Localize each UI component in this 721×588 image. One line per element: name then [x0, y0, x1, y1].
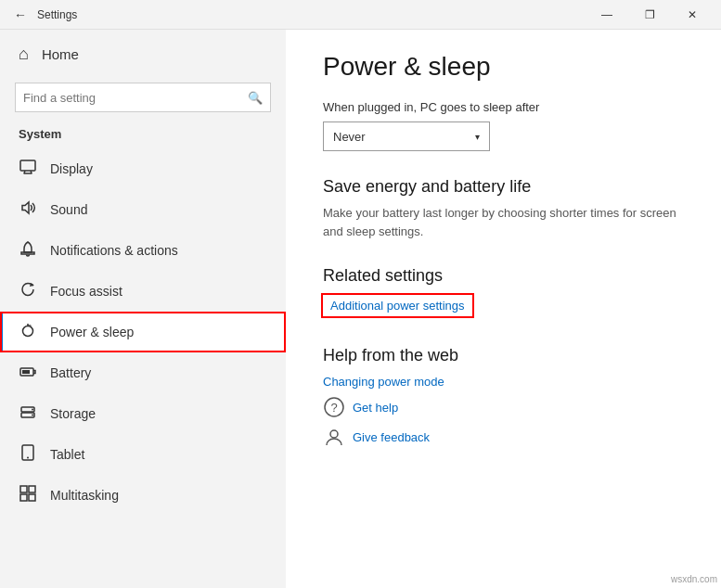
storage-label: Storage	[50, 406, 96, 421]
focus-assist-icon	[19, 281, 37, 301]
sidebar-item-storage[interactable]: Storage	[0, 393, 286, 434]
sidebar-item-tablet[interactable]: Tablet	[0, 434, 286, 475]
give-feedback-label: Give feedback	[353, 430, 430, 444]
sidebar-item-power-sleep[interactable]: Power & sleep	[0, 312, 286, 352]
sleep-label: When plugged in, PC goes to sleep after	[323, 100, 684, 114]
get-help-icon: ?	[323, 396, 345, 418]
sidebar-item-home[interactable]: ⌂ Home	[0, 30, 286, 79]
give-feedback-icon	[323, 426, 345, 448]
search-input[interactable]	[23, 91, 248, 105]
display-label: Display	[50, 161, 93, 176]
close-button[interactable]: ✕	[671, 0, 714, 30]
sidebar-item-notifications[interactable]: Notifications & actions	[0, 230, 286, 271]
tablet-icon	[19, 444, 37, 465]
search-icon: 🔍	[248, 91, 263, 105]
titlebar: ← Settings — ❐ ✕	[0, 0, 721, 30]
maximize-button[interactable]: ❐	[628, 0, 671, 30]
dropdown-arrow-icon: ▾	[475, 132, 480, 142]
sidebar-item-sound[interactable]: Sound	[0, 189, 286, 230]
display-icon	[19, 159, 37, 179]
sleep-dropdown-text: Never	[333, 130, 366, 144]
sidebar-item-focus-assist[interactable]: Focus assist	[0, 271, 286, 312]
get-help-label: Get help	[353, 401, 398, 415]
give-feedback-link[interactable]: Give feedback	[323, 426, 684, 448]
svg-rect-7	[22, 370, 30, 374]
save-energy-title: Save energy and battery life	[323, 177, 684, 197]
sound-label: Sound	[50, 202, 87, 217]
svg-text:?: ?	[330, 401, 337, 415]
main-container: ⌂ Home 🔍 System Display Sound N	[0, 30, 721, 588]
svg-rect-14	[20, 486, 27, 492]
sleep-section: When plugged in, PC goes to sleep after …	[323, 100, 684, 151]
multitasking-icon	[19, 485, 37, 505]
notifications-icon	[19, 240, 37, 261]
sidebar-item-battery[interactable]: Battery	[0, 352, 286, 393]
notifications-label: Notifications & actions	[50, 243, 178, 258]
help-title: Help from the web	[323, 346, 684, 365]
storage-icon	[19, 403, 37, 424]
tablet-label: Tablet	[50, 447, 84, 462]
save-energy-desc: Make your battery last longer by choosin…	[323, 204, 684, 240]
svg-point-13	[27, 457, 29, 459]
svg-rect-17	[29, 494, 35, 501]
svg-rect-4	[21, 252, 34, 254]
svg-rect-0	[20, 160, 35, 171]
home-label: Home	[42, 46, 79, 62]
content-area: Power & sleep When plugged in, PC goes t…	[286, 30, 721, 588]
window-title: Settings	[33, 8, 586, 21]
sidebar-item-multitasking[interactable]: Multitasking	[0, 475, 286, 516]
power-sleep-icon	[19, 322, 37, 342]
home-icon: ⌂	[19, 45, 29, 64]
battery-icon	[19, 363, 37, 383]
back-button[interactable]: ←	[7, 2, 33, 28]
battery-label: Battery	[50, 365, 91, 380]
svg-point-10	[32, 409, 33, 411]
sidebar-section-title: System	[0, 123, 286, 148]
related-settings-section: Related settings Additional power settin…	[323, 266, 684, 320]
svg-point-11	[32, 415, 33, 416]
changing-power-label: Changing power mode	[323, 375, 444, 389]
svg-rect-15	[29, 486, 35, 492]
watermark: wsxdn.com	[671, 574, 717, 584]
search-box[interactable]: 🔍	[15, 83, 271, 112]
changing-power-link[interactable]: Changing power mode	[323, 375, 684, 389]
page-title: Power & sleep	[323, 52, 684, 82]
sidebar: ⌂ Home 🔍 System Display Sound N	[0, 30, 286, 588]
svg-point-5	[23, 326, 33, 337]
get-help-link[interactable]: ? Get help	[323, 396, 684, 418]
focus-assist-label: Focus assist	[50, 284, 122, 299]
sidebar-item-display[interactable]: Display	[0, 148, 286, 189]
window-controls: — ❐ ✕	[586, 0, 714, 30]
minimize-button[interactable]: —	[586, 0, 628, 30]
power-sleep-label: Power & sleep	[50, 325, 134, 339]
help-section: Help from the web Changing power mode ? …	[323, 346, 684, 448]
sleep-dropdown[interactable]: Never ▾	[323, 121, 490, 151]
related-settings-title: Related settings	[323, 266, 684, 286]
save-energy-section: Save energy and battery life Make your b…	[323, 177, 684, 240]
sound-icon	[19, 199, 37, 220]
multitasking-label: Multitasking	[50, 488, 119, 503]
svg-point-20	[330, 430, 338, 438]
additional-power-settings-link[interactable]: Additional power settings	[323, 295, 472, 316]
svg-rect-16	[20, 494, 27, 501]
